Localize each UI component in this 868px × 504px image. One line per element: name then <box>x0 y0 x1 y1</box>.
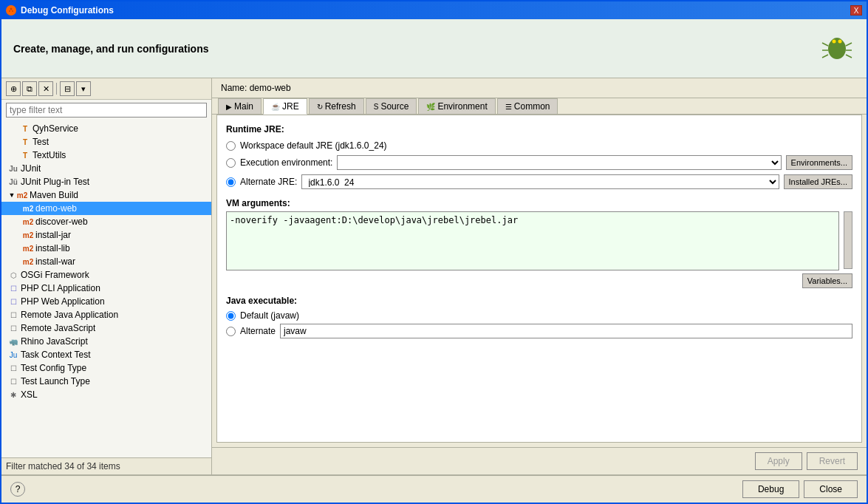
source-tab-icon: S <box>374 103 379 111</box>
vm-args-section: -noverify -javaagent:D:\develop\java\jre… <box>226 211 852 270</box>
tree-item-test[interactable]: T Test <box>1 135 211 149</box>
common-tab-icon: ☰ <box>505 103 512 111</box>
main-area: ⊕ ⧉ ✕ ⊟ ▾ T QyhService <box>1 78 867 474</box>
close-button[interactable]: Close <box>804 480 858 498</box>
tree-label: QyhService <box>33 123 78 134</box>
tab-main[interactable]: ▶ Main <box>218 98 262 114</box>
filter-input[interactable] <box>6 103 207 118</box>
tree-item-remote-js[interactable]: ☐ Remote JavaScript <box>1 321 211 335</box>
alternate-jre-row: Alternate JRE: jdk1.6.0_24 Installed JRE… <box>226 174 852 189</box>
new-config-button[interactable]: ⊕ <box>6 81 21 96</box>
tab-jre-label: JRE <box>282 101 299 112</box>
svg-line-10 <box>822 55 828 58</box>
name-bar: Name: demo-web <box>212 78 867 98</box>
test-config-icon: ☐ <box>7 362 19 374</box>
main-tab-icon: ▶ <box>226 103 232 111</box>
jre-tab-icon: ☕ <box>271 103 280 111</box>
tree-label: Remote JavaScript <box>21 323 95 333</box>
alternate-javaw-row: Alternate <box>226 324 852 338</box>
tab-refresh[interactable]: ↻ Refresh <box>309 98 364 114</box>
tab-refresh-label: Refresh <box>325 101 356 112</box>
tree-item-php-cli[interactable]: ☐ PHP CLI Application <box>1 282 211 295</box>
runtime-jre-label: Runtime JRE: <box>226 124 852 134</box>
svg-line-8 <box>822 43 828 46</box>
tree-item-junit[interactable]: Ju JUnit <box>1 162 211 175</box>
revert-button[interactable]: Revert <box>807 452 858 470</box>
osgi-icon: ⬡ <box>7 269 19 281</box>
menu-button[interactable]: ▾ <box>76 81 91 96</box>
execution-env-label: Execution environment: <box>240 157 332 168</box>
tree-area: T QyhService T Test T TextUtils Ju <box>1 120 211 403</box>
junit-plugin-icon: Jü <box>7 176 19 188</box>
tree-item-task-context[interactable]: Ju Task Context Test <box>1 348 211 361</box>
bug-icon <box>819 30 855 67</box>
remote-java-icon: ☐ <box>7 309 19 321</box>
alternate-jre-radio[interactable] <box>226 177 236 187</box>
close-window-button[interactable]: X <box>850 5 862 16</box>
variables-btn-row: Variables... <box>226 273 852 288</box>
vm-args-label: VM arguments: <box>226 198 852 208</box>
tree-item-install-war[interactable]: m2 install-war <box>1 255 211 268</box>
tree-item-rhino[interactable]: 🦏 Rhino JavaScript <box>1 335 211 348</box>
execution-env-combo[interactable] <box>337 155 781 170</box>
vm-args-input[interactable]: -noverify -javaagent:D:\develop\java\jre… <box>226 211 839 270</box>
maven-icon: m2 <box>22 256 34 268</box>
tab-jre[interactable]: ☕ JRE <box>263 98 307 115</box>
title-bar-text: Debug Configurations <box>21 5 114 16</box>
tree-item-remote-java[interactable]: ☐ Remote Java Application <box>1 308 211 321</box>
tree-label: Test Config Type <box>21 363 86 373</box>
delete-config-button[interactable]: ✕ <box>38 81 53 96</box>
tree-item-junit-plugin[interactable]: Jü JUnit Plug-in Test <box>1 175 211 188</box>
installed-jres-button[interactable]: Installed JREs... <box>784 174 852 189</box>
tree-label: PHP CLI Application <box>21 283 100 293</box>
maven-icon: m2 <box>22 202 34 214</box>
tab-common[interactable]: ☰ Common <box>497 98 558 114</box>
help-button[interactable]: ? <box>10 482 25 497</box>
alternate-javaw-input[interactable] <box>280 324 852 338</box>
copy-config-button[interactable]: ⧉ <box>22 81 37 96</box>
variables-button[interactable]: Variables... <box>802 273 852 288</box>
tree-item-install-lib[interactable]: m2 install-lib <box>1 242 211 255</box>
tree-label: Rhino JavaScript <box>21 336 88 347</box>
java-icon: T <box>19 149 31 161</box>
environments-button[interactable]: Environments... <box>786 155 852 170</box>
tree-item-maven-build[interactable]: ▼ m2 Maven Build <box>1 188 211 202</box>
svg-point-5 <box>831 38 843 48</box>
tab-environment[interactable]: 🌿 Environment <box>418 98 495 114</box>
alternate-javaw-radio[interactable] <box>226 327 236 336</box>
tree-item-xsl[interactable]: ✱ XSL <box>1 388 211 401</box>
title-bar-left: Debug Configurations <box>6 5 114 16</box>
tree-item-osgi[interactable]: ⬡ OSGi Framework <box>1 268 211 282</box>
tree-item-install-jar[interactable]: m2 install-jar <box>1 228 211 242</box>
alternate-javaw-label: Alternate <box>240 326 276 336</box>
header-title: Create, manage, and run configurations <box>13 43 209 55</box>
svg-point-2 <box>9 10 10 12</box>
title-bar: Debug Configurations X <box>1 1 867 19</box>
tree-label: Test <box>33 137 49 147</box>
tree-label: Task Context Test <box>21 350 91 360</box>
tab-source[interactable]: S Source <box>366 98 417 114</box>
tree-item-discover-web[interactable]: m2 discover-web <box>1 215 211 228</box>
debug-button[interactable]: Debug <box>742 480 799 498</box>
collapse-button[interactable]: ⊟ <box>60 81 75 96</box>
default-javaw-radio[interactable] <box>226 311 236 321</box>
tree-label: install-war <box>35 256 75 267</box>
tree-item-test-launch[interactable]: ☐ Test Launch Type <box>1 375 211 388</box>
svg-point-1 <box>10 8 13 10</box>
maven-icon: m2 <box>22 242 34 254</box>
alternate-jre-combo[interactable]: jdk1.6.0_24 <box>301 174 779 189</box>
tree-item-php-web[interactable]: ☐ PHP Web Application <box>1 295 211 308</box>
tree-item-demo-web[interactable]: m2 demo-web <box>1 202 211 215</box>
execution-env-radio[interactable] <box>226 158 236 168</box>
jre-panel: Runtime JRE: Workspace default JRE (jdk1… <box>216 115 862 443</box>
tree-item-qyhservice[interactable]: T QyhService <box>1 122 211 135</box>
tree-item-test-config[interactable]: ☐ Test Config Type <box>1 361 211 375</box>
apply-button[interactable]: Apply <box>755 452 802 470</box>
tree-item-textutils[interactable]: T TextUtils <box>1 149 211 162</box>
workspace-jre-radio[interactable] <box>226 141 236 151</box>
svg-point-6 <box>833 40 836 44</box>
tab-main-label: Main <box>234 101 253 112</box>
tabs-bar: ▶ Main ☕ JRE ↻ Refresh S Source <box>212 98 867 115</box>
vm-args-scrollbar[interactable] <box>844 211 852 269</box>
sidebar-footer: Filter matched 34 of 34 items <box>1 457 211 474</box>
